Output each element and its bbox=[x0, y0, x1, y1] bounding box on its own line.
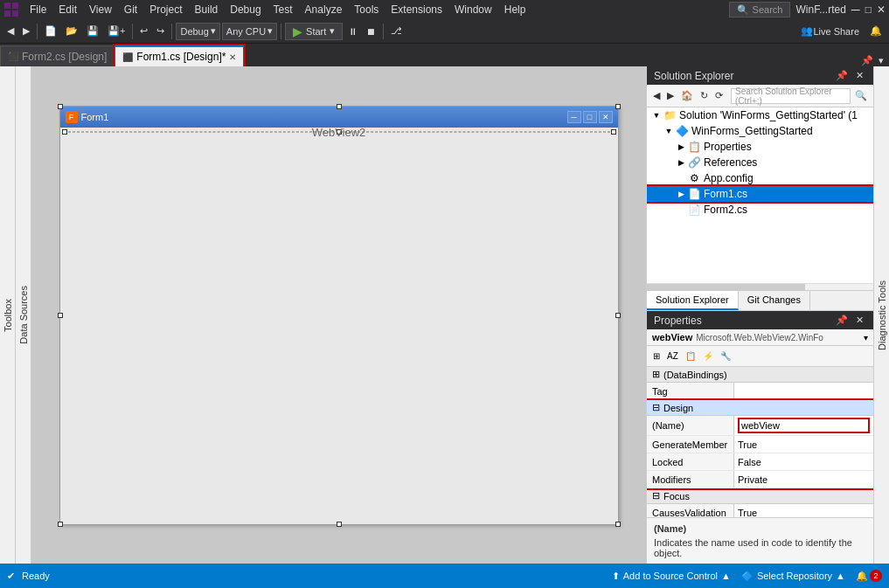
toolbox-panel[interactable]: Toolbox bbox=[0, 66, 16, 564]
new-project-button[interactable]: 📄 bbox=[41, 24, 60, 38]
se-sync-btn[interactable]: ↻ bbox=[698, 89, 711, 102]
dropdown-icon[interactable]: ▾ bbox=[879, 55, 884, 66]
tab-form2-design[interactable]: ⬛ Form2.cs [Design] bbox=[0, 45, 115, 66]
pin-icon[interactable]: 📌 bbox=[861, 55, 873, 66]
forward-button[interactable]: ▶ bbox=[19, 24, 33, 38]
add-to-source-control[interactable]: ⬆ Add to Source Control ▲ bbox=[612, 571, 731, 582]
tree-solution[interactable]: ▼ 📁 Solution 'WinForms_GettingStarted' (… bbox=[647, 107, 873, 123]
prop-categorized-btn[interactable]: ⊞ bbox=[650, 350, 663, 362]
handle-ml[interactable] bbox=[58, 313, 63, 318]
prop-value-tag[interactable] bbox=[734, 383, 873, 399]
prop-value-generatemember[interactable]: True bbox=[734, 436, 873, 453]
references-expand-icon[interactable]: ▶ bbox=[675, 156, 687, 169]
properties-expand-icon[interactable]: ▶ bbox=[675, 141, 687, 153]
minimize-button[interactable]: ─ bbox=[851, 3, 860, 17]
se-search-button[interactable]: 🔍 bbox=[852, 89, 870, 102]
tree-item-form1cs[interactable]: ▶ 📄 Form1.cs bbox=[647, 186, 873, 202]
menu-project[interactable]: Project bbox=[144, 2, 187, 17]
prop-pages-btn[interactable]: 🔧 bbox=[718, 350, 733, 362]
platform-dropdown[interactable]: Any CPU ▾ bbox=[222, 23, 277, 40]
tree-item-properties[interactable]: ▶ 📋 Properties bbox=[647, 139, 873, 155]
maximize-button[interactable]: □ bbox=[865, 3, 872, 16]
stop-button[interactable]: ⏹ bbox=[363, 24, 379, 38]
form1cs-expand-icon[interactable]: ▶ bbox=[675, 188, 687, 200]
menu-edit[interactable]: Edit bbox=[53, 2, 82, 17]
live-share-button[interactable]: 👥 Live Share bbox=[797, 24, 863, 38]
form-close-btn[interactable]: ✕ bbox=[599, 111, 613, 123]
menu-test[interactable]: Test bbox=[268, 2, 298, 17]
webview-container[interactable]: WebView2 bbox=[64, 131, 615, 133]
se-back-btn[interactable]: ◀ bbox=[650, 89, 663, 102]
attach-button[interactable]: ⏸ bbox=[344, 24, 361, 38]
webview-handle-br[interactable] bbox=[611, 129, 616, 135]
prop-alphabetical-btn[interactable]: AZ bbox=[664, 350, 681, 362]
start-button[interactable]: ▶ Start ▾ bbox=[285, 23, 343, 40]
focus-group-header[interactable]: ⊟ Focus bbox=[647, 488, 873, 504]
prop-pin-button[interactable]: 📌 bbox=[833, 314, 851, 327]
prop-object-dropdown[interactable]: ▾ bbox=[864, 333, 868, 342]
diagnostic-tools-sidebar[interactable]: Diagnostic Tools bbox=[873, 66, 889, 564]
handle-bl[interactable] bbox=[58, 522, 63, 527]
se-refresh-btn[interactable]: ⟳ bbox=[712, 89, 726, 102]
prop-properties-btn[interactable]: 📋 bbox=[683, 350, 698, 362]
se-search-box[interactable]: Search Solution Explorer (Ctrl+;) bbox=[731, 88, 851, 104]
form-maximize-btn[interactable]: □ bbox=[583, 111, 597, 123]
se-home-btn[interactable]: 🏠 bbox=[678, 89, 696, 102]
save-button[interactable]: 💾 bbox=[83, 24, 102, 38]
open-button[interactable]: 📂 bbox=[62, 24, 81, 38]
close-button[interactable]: ✕ bbox=[877, 3, 886, 16]
form-minimize-btn[interactable]: ─ bbox=[567, 111, 581, 123]
tree-item-appconfig[interactable]: ⚙ App.config bbox=[647, 170, 873, 186]
tab-close-icon[interactable]: ✕ bbox=[229, 52, 236, 62]
menu-help[interactable]: Help bbox=[499, 2, 531, 17]
design-group-header[interactable]: ⊟ Design bbox=[647, 400, 873, 416]
solution-expand-icon[interactable]: ▼ bbox=[650, 109, 663, 121]
menu-view[interactable]: View bbox=[84, 2, 117, 17]
data-sources-panel[interactable]: Data Sources bbox=[16, 66, 31, 564]
tree-item-references[interactable]: ▶ 🔗 References bbox=[647, 155, 873, 170]
save-all-button[interactable]: 💾+ bbox=[104, 24, 128, 38]
prop-value-modifiers[interactable]: Private bbox=[734, 471, 873, 488]
prop-close-button[interactable]: ✕ bbox=[853, 314, 866, 327]
menu-debug[interactable]: Debug bbox=[225, 2, 266, 17]
debug-mode-dropdown[interactable]: Debug ▾ bbox=[176, 23, 219, 40]
git-button[interactable]: ⎇ bbox=[387, 24, 406, 38]
search-bar[interactable]: 🔍 Search bbox=[729, 2, 791, 17]
handle-mr[interactable] bbox=[615, 313, 621, 318]
menu-extensions[interactable]: Extensions bbox=[385, 2, 448, 17]
handle-tr[interactable] bbox=[615, 104, 621, 109]
menu-tools[interactable]: Tools bbox=[349, 2, 384, 17]
prop-value-locked[interactable]: False bbox=[734, 453, 873, 470]
prop-events-btn[interactable]: ⚡ bbox=[700, 350, 716, 362]
notifications-button[interactable]: 🔔 bbox=[866, 24, 886, 38]
handle-br[interactable] bbox=[615, 522, 621, 527]
prop-object-bar[interactable]: webView Microsoft.Web.WebView2.WinFo ▾ bbox=[647, 329, 873, 346]
menu-git[interactable]: Git bbox=[119, 2, 142, 17]
menu-file[interactable]: File bbox=[24, 2, 52, 17]
se-pin-button[interactable]: 📌 bbox=[833, 69, 851, 82]
se-forward-btn[interactable]: ▶ bbox=[664, 89, 677, 102]
tree-project[interactable]: ▼ 🔷 WinForms_GettingStarted bbox=[647, 123, 873, 139]
menu-window[interactable]: Window bbox=[449, 2, 497, 17]
tab-form1-design[interactable]: ⬛ Form1.cs [Design]* ✕ bbox=[115, 45, 244, 66]
notification-bell[interactable]: 🔔 2 bbox=[856, 570, 882, 582]
project-expand-icon[interactable]: ▼ bbox=[663, 125, 675, 137]
prop-value-name[interactable] bbox=[734, 416, 873, 435]
se-tab-git[interactable]: Git Changes bbox=[739, 291, 810, 310]
se-tab-solution[interactable]: Solution Explorer bbox=[647, 291, 739, 310]
handle-tm[interactable] bbox=[337, 104, 342, 109]
tree-item-form2cs[interactable]: 📄 Form2.cs bbox=[647, 202, 873, 218]
redo-button[interactable]: ↪ bbox=[153, 24, 168, 38]
prop-value-causesvalidation[interactable]: True bbox=[734, 504, 873, 517]
menu-build[interactable]: Build bbox=[190, 2, 224, 17]
menu-analyze[interactable]: Analyze bbox=[300, 2, 348, 17]
handle-bm[interactable] bbox=[337, 522, 342, 527]
se-scrollbar[interactable] bbox=[647, 283, 873, 290]
select-repository[interactable]: 🔷 Select Repository ▲ bbox=[741, 571, 845, 582]
databindings-group-header[interactable]: ⊞ (DataBindings) bbox=[647, 367, 873, 383]
handle-tl[interactable] bbox=[58, 104, 63, 109]
se-close-button[interactable]: ✕ bbox=[853, 69, 866, 82]
undo-button[interactable]: ↩ bbox=[136, 24, 151, 38]
back-button[interactable]: ◀ bbox=[3, 24, 17, 38]
webview-handle-bl[interactable] bbox=[62, 129, 67, 135]
